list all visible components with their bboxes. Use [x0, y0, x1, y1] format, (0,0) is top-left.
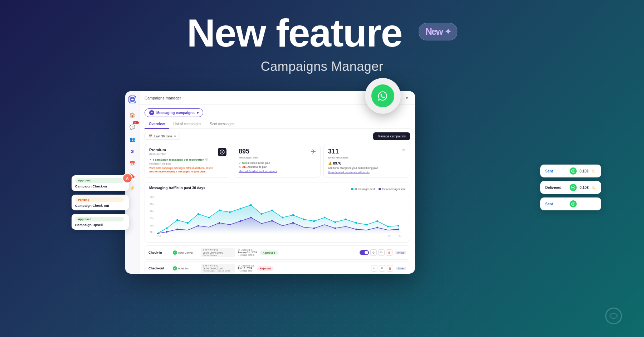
- svg-point-34: [197, 225, 199, 227]
- svg-point-22: [303, 219, 304, 220]
- app-window: 🏠 💬 👥 ⚙ 📅 🔖 ⚡ Campaigns manager 🔔 ▾: [125, 91, 415, 274]
- svg-text:5k: 5k: [150, 231, 153, 233]
- campaign-cards: A Approved Campaign Check-in Pending Cam…: [72, 175, 129, 230]
- svg-text:30: 30: [398, 234, 401, 237]
- extra-cost-detail: Additional charges to your current billi…: [328, 167, 405, 169]
- sparkle-icon: ✦: [445, 27, 450, 36]
- campaign-card-upsell: Approved Campaign Upsell: [72, 214, 129, 230]
- table-row: Check-out ✓ Hotel Sun SMTWTFS 08:00; 09:…: [145, 261, 410, 274]
- clock-icon[interactable]: ⏱: [370, 249, 377, 256]
- message-chip-sent2: Sent: [540, 197, 601, 210]
- whatsapp-chip-icon: [570, 184, 577, 191]
- sidebar-home-icon[interactable]: 🏠: [129, 111, 136, 118]
- tab-sent-messages[interactable]: Sent messages: [205, 120, 239, 129]
- svg-point-25: [334, 221, 336, 223]
- date-filter-button[interactable]: 📅 Last 30 days ▾: [145, 133, 180, 140]
- avatar-checkin: A: [122, 173, 132, 183]
- svg-point-29: [376, 220, 378, 222]
- svg-point-36: [240, 220, 241, 222]
- svg-point-19: [271, 210, 273, 211]
- stat-card-messages: 895 Messages Sent ✈ ✓ 584 Included in th…: [234, 144, 321, 178]
- messages-link[interactable]: View all detailed sent messages: [239, 170, 316, 173]
- svg-point-39: [292, 222, 294, 224]
- svg-point-32: [166, 231, 168, 233]
- sidebar-users-icon[interactable]: 👥: [129, 136, 136, 143]
- filter-row: 📅 Last 30 days ▾ Manage campaigns: [145, 132, 410, 140]
- card-status: Approved: [75, 178, 124, 183]
- chart-svg: 30k 25k 20k 15k 10k 5k: [149, 194, 405, 237]
- svg-point-37: [250, 217, 252, 219]
- svg-point-40: [313, 228, 315, 229]
- svg-point-38: [271, 220, 273, 222]
- breadcrumb: Campaigns manager: [145, 96, 181, 100]
- info-icon[interactable]: ⓘ: [205, 158, 208, 161]
- manage-campaigns-button[interactable]: Manage campaigns: [373, 132, 410, 140]
- row-trigger: ⏱ Checked-in January 31, 2024 ↳ 3 days b…: [238, 249, 257, 257]
- whatsapp-channel-icon: ✓: [173, 266, 177, 270]
- row-name: Check-in: [148, 251, 170, 254]
- delete-icon[interactable]: 🗑: [387, 265, 393, 272]
- tab-list-campaigns[interactable]: List of campaigns: [169, 120, 205, 129]
- list-icon: ≡: [402, 148, 405, 154]
- whatsapp-chip-icon: [570, 200, 577, 207]
- messaging-small-icon: ✉: [149, 110, 154, 115]
- main-content: Campaigns manager 🔔 ▾ ✉ Messaging campai…: [140, 91, 415, 274]
- svg-point-20: [282, 217, 283, 219]
- table-container: Check-in ✓ Hotel Central SMTWTFS 08:00; …: [145, 245, 410, 274]
- page-container: New feature New ✦ Campaigns Manager 🏠: [0, 0, 644, 337]
- delete-icon[interactable]: 🗑: [386, 249, 392, 256]
- chevron-icon: ▾: [174, 135, 176, 138]
- sidebar-settings-icon[interactable]: ⚙: [129, 148, 136, 155]
- extra-number: 311: [328, 148, 348, 155]
- svg-text:10k: 10k: [150, 224, 154, 227]
- sidebar-filter-icon[interactable]: ⚡: [129, 184, 136, 191]
- whatsapp-circle: [365, 78, 401, 114]
- svg-text:29: 29: [388, 234, 391, 237]
- svg-point-18: [260, 213, 262, 215]
- message-chip-sent1: Sent 0,10€ ⚠: [540, 165, 601, 177]
- row-channel: ✓ Hotel Sun: [173, 266, 198, 270]
- tabs-container: Overview List of campaigns Sent messages: [145, 120, 410, 129]
- svg-point-42: [355, 229, 357, 230]
- row-channel: ✓ Hotel Central: [173, 250, 198, 255]
- copy-icon[interactable]: ⧉: [379, 265, 385, 272]
- svg-point-13: [208, 217, 210, 219]
- legend-extra-messages: Extra messages sent: [379, 188, 405, 190]
- card-status: Pending: [75, 197, 124, 202]
- sidebar-calendar-icon[interactable]: 📅: [129, 160, 136, 167]
- toggle-switch[interactable]: [360, 250, 369, 255]
- svg-point-21: [292, 214, 294, 216]
- clock-icon[interactable]: ⏱: [371, 265, 377, 272]
- svg-point-43: [376, 227, 378, 229]
- chart-area: Messaging traffic in past 30 days All me…: [145, 182, 410, 243]
- campaign-count: ✓ 4 campaign messages per reservation: [149, 158, 204, 161]
- campaign-card-checkin: A Approved Campaign Check-in: [72, 175, 129, 191]
- svg-point-51: [606, 308, 621, 324]
- svg-point-15: [229, 211, 231, 213]
- messaging-campaigns-button[interactable]: ✉ Messaging campaigns ▾: [145, 108, 203, 117]
- chevron-down-icon[interactable]: ▾: [404, 95, 410, 101]
- included-count: ✓ 584 Included in the plan: [239, 161, 316, 165]
- row-type: Arrival: [395, 251, 406, 254]
- messages-number: 895: [239, 148, 258, 155]
- card-name: Campaign Upsell: [75, 223, 124, 227]
- chip-label: Sent: [545, 202, 567, 206]
- card-name: Campaign Check-in: [75, 184, 124, 188]
- hero-title: New feature New ✦: [187, 10, 457, 55]
- chip-price: 0,10€: [580, 186, 589, 190]
- svg-text:20k: 20k: [150, 210, 154, 213]
- svg-point-23: [313, 220, 315, 222]
- svg-point-16: [240, 208, 241, 210]
- bottom-logo: [605, 307, 623, 326]
- svg-point-12: [197, 213, 199, 215]
- message-chips: Sent 0,10€ ⚠ Delivered 0,10€ ⚠ Sent: [540, 165, 601, 210]
- schedule-days: SMTWTFS: [203, 249, 233, 251]
- tab-overview[interactable]: Overview: [145, 120, 169, 129]
- sidebar-messages-icon[interactable]: 💬: [129, 123, 136, 131]
- schedule-box: SMTWTFS 08:00; 09:00; 11:00 Period: Jan …: [201, 264, 235, 273]
- extra-link[interactable]: View detailed messages with costs: [328, 171, 405, 174]
- svg-point-31: [397, 225, 399, 227]
- copy-icon[interactable]: ⧉: [378, 249, 385, 256]
- warn-icon: ⚠: [591, 185, 595, 190]
- svg-text:15k: 15k: [150, 217, 154, 220]
